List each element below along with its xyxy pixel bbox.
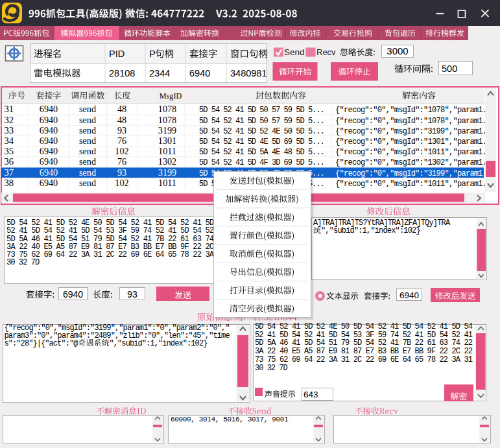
svg-text:6940: 6940 bbox=[40, 125, 58, 136]
svg-text:35: 35 bbox=[5, 146, 14, 156]
svg-text:P: P bbox=[149, 49, 156, 59]
svg-text:5D 54 52 41 5D 5A 4E 48 5D 5..: 5D 54 52 41 5D 5A 4E 48 5D 5... bbox=[199, 148, 325, 157]
svg-text:send: send bbox=[79, 156, 96, 167]
svg-text:1011: 1011 bbox=[158, 146, 176, 156]
svg-text:send: send bbox=[79, 125, 96, 136]
svg-text:6940: 6940 bbox=[399, 290, 419, 300]
svg-text:","subid":1,"index":102}: ","subid":1,"index":102} bbox=[110, 339, 208, 348]
svg-text:send: send bbox=[79, 167, 96, 178]
svg-text:28108: 28108 bbox=[109, 68, 135, 78]
svg-text:send: send bbox=[79, 178, 96, 188]
svg-text:6940: 6940 bbox=[40, 178, 58, 188]
svg-text:send: send bbox=[79, 104, 96, 114]
svg-text:30 32 7D: 30 32 7D bbox=[6, 258, 40, 267]
svg-text:33: 33 bbox=[5, 125, 14, 136]
svg-text:76: 76 bbox=[117, 156, 126, 167]
svg-text:36: 36 bbox=[5, 156, 14, 167]
svg-text:643: 643 bbox=[304, 390, 318, 399]
svg-text:6940: 6940 bbox=[189, 68, 210, 78]
svg-text:","subid":1,"index":102}: ","subid":1,"index":102} bbox=[321, 226, 421, 235]
svg-text:{"recog":"0","msgId":"1301","p: {"recog":"0","msgId":"1301","param1.. bbox=[335, 137, 492, 147]
svg-text:2344: 2344 bbox=[149, 68, 170, 78]
svg-text:500: 500 bbox=[442, 64, 457, 74]
svg-text:1302: 1302 bbox=[158, 156, 176, 167]
svg-text:76: 76 bbox=[117, 136, 126, 146]
svg-text:send: send bbox=[79, 136, 96, 146]
svg-text:1078: 1078 bbox=[158, 104, 176, 114]
svg-text:1301: 1301 bbox=[158, 136, 176, 146]
svg-text:send: send bbox=[79, 115, 96, 125]
svg-text:102: 102 bbox=[115, 146, 128, 156]
svg-text:5D 54 52 41 5D 4F 3D 69 5D 5..: 5D 54 52 41 5D 4F 3D 69 5D 5... bbox=[199, 158, 325, 167]
svg-text:{"recog":"0","msgId":"1011","p: {"recog":"0","msgId":"1011","param1.. bbox=[335, 148, 492, 157]
svg-text:5D 54 52 41 5D 4E 5D 69 5D 5..: 5D 54 52 41 5D 4E 5D 69 5D 5... bbox=[199, 137, 325, 147]
svg-text:{"recog":"0","msgId":"1302","p: {"recog":"0","msgId":"1302","param1.. bbox=[335, 158, 492, 167]
svg-text:5D 54 52 41 5D 52 4E 50 5D 5..: 5D 54 52 41 5D 52 4E 50 5D 5... bbox=[199, 127, 325, 136]
svg-text:6940: 6940 bbox=[63, 289, 83, 300]
svg-text:93: 93 bbox=[117, 125, 126, 136]
svg-text:31: 31 bbox=[5, 104, 14, 114]
svg-text:Send: Send bbox=[284, 47, 305, 57]
svg-text:1011: 1011 bbox=[158, 178, 176, 188]
svg-text:6940: 6940 bbox=[40, 156, 58, 167]
svg-text:{"recog":"0","msgId":"3199","p: {"recog":"0","msgId":"3199","param1.. bbox=[335, 169, 492, 178]
svg-text:3000: 3000 bbox=[387, 45, 408, 56]
svg-text:3199: 3199 bbox=[158, 167, 176, 178]
svg-text:6940: 6940 bbox=[40, 146, 58, 156]
svg-text:5D 54 52 41 5D 50 57 59 5D 5..: 5D 54 52 41 5D 50 57 59 5D 5... bbox=[199, 106, 325, 115]
svg-text:37: 37 bbox=[5, 167, 14, 178]
svg-text:{"recog":"0","msgId":"1078","p: {"recog":"0","msgId":"1078","param1.. bbox=[335, 106, 492, 115]
svg-text:6940: 6940 bbox=[40, 136, 58, 146]
svg-text:34: 34 bbox=[5, 136, 14, 146]
svg-text:93: 93 bbox=[117, 167, 126, 178]
svg-text:{"recog":"0","msgId":"3199","p: {"recog":"0","msgId":"3199","param1.. bbox=[335, 127, 492, 136]
svg-text:34809810: 34809810 bbox=[230, 68, 272, 78]
svg-text:3199: 3199 bbox=[158, 125, 176, 136]
svg-text:30 32 7D: 30 32 7D bbox=[255, 364, 288, 373]
svg-text:60000, 3014, 5016, 3017, 9001: 60000, 3014, 5016, 3017, 9001 bbox=[171, 416, 289, 423]
svg-text:102: 102 bbox=[115, 178, 128, 188]
svg-text:48: 48 bbox=[117, 104, 126, 114]
svg-text:38: 38 bbox=[5, 178, 14, 188]
svg-text:PID: PID bbox=[109, 49, 125, 59]
svg-text:5D 54 52 41 5D 50 57 59 5D 5..: 5D 54 52 41 5D 50 57 59 5D 5... bbox=[199, 117, 325, 126]
svg-text:93: 93 bbox=[127, 289, 137, 300]
svg-text:6940: 6940 bbox=[40, 104, 58, 114]
svg-text:6940: 6940 bbox=[40, 115, 58, 125]
svg-text:{"recog":"0","msgId":"1078","p: {"recog":"0","msgId":"1078","param1.. bbox=[335, 117, 492, 126]
svg-text:Recv: Recv bbox=[316, 47, 336, 57]
svg-text:MsgID: MsgID bbox=[160, 91, 182, 100]
svg-text:48: 48 bbox=[117, 115, 126, 125]
svg-text:send: send bbox=[79, 146, 96, 156]
svg-text:32: 32 bbox=[5, 115, 14, 125]
svg-text:6940: 6940 bbox=[40, 167, 58, 178]
svg-text:1078: 1078 bbox=[158, 115, 176, 125]
svg-text:s":"28"}|{"act":"@: s":"28"}|{"act":"@ bbox=[5, 339, 78, 348]
svg-text:{"recog":"0","msgId":"1011","p: {"recog":"0","msgId":"1011","param1.. bbox=[335, 180, 492, 189]
